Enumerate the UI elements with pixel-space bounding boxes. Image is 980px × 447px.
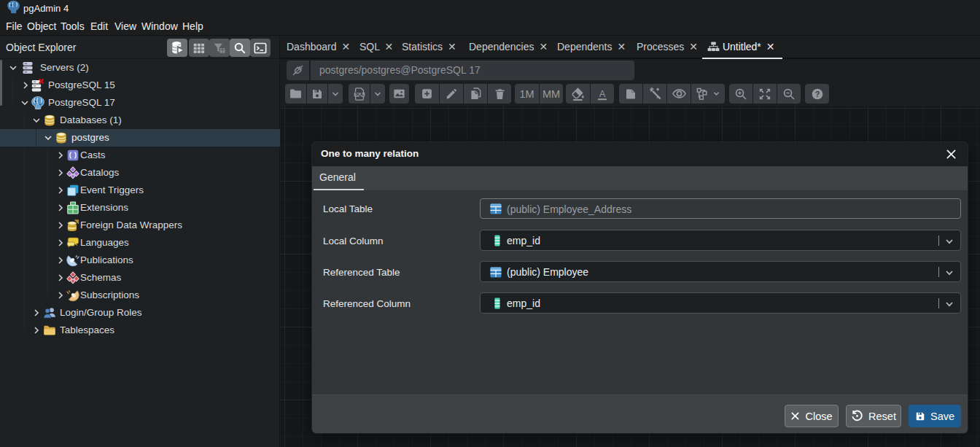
svg-text:?: ?: [814, 90, 820, 98]
svg-text:A: A: [599, 88, 606, 99]
svg-text:SQL: SQL: [355, 91, 364, 97]
